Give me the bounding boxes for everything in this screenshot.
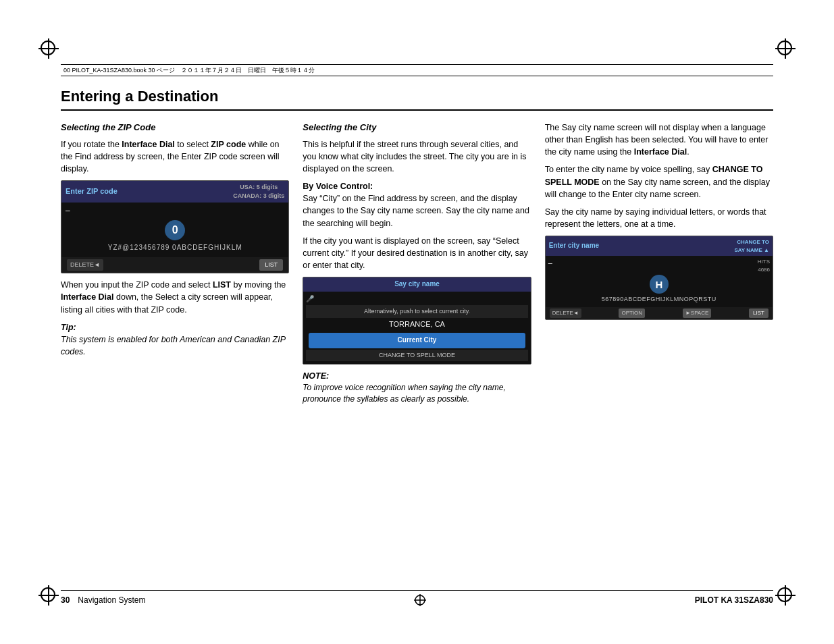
ecity-interface-dial-bold: Interface Dial [634,147,687,157]
col-enter-city: The Say city name screen will not displa… [545,122,773,325]
zip-para1-pre: If you rotate the [61,140,122,149]
ecity-screen-title: Enter city name [549,241,599,251]
page-outer: 00 PILOT_KA-31SZA830.book 30 ページ ２０１１年７月… [0,0,834,644]
reg-mark-br [777,587,793,603]
ecity-bottom-bar: DELETE◄ OPTION ►SPACE LIST [546,307,773,319]
tip-block: Tip: This system is enabled for both Ame… [61,321,289,358]
ecity-option-btn[interactable]: OPTION [619,308,645,318]
city-screen: Say city name 🎤 Alternatively, push to s… [303,277,531,365]
page-title: Entering a Destination [61,88,773,111]
ecity-para1: The Say city name screen will not displa… [545,122,773,158]
city-para1: This is helpful if the street runs throu… [303,138,531,175]
zip-interface-dial2-bold: Interface Dial [61,292,114,302]
zip-title-bar: Enter ZIP code USA: 5 digits CANADA: 3 d… [61,181,288,203]
zip-para1-cont: to select [175,140,211,149]
city-section-heading: Selecting the City [303,122,531,134]
zip-minus: – [66,205,284,217]
zip-list-bold: LIST [213,280,231,290]
col-city: Selecting the City This is helpful if th… [303,122,531,406]
ecity-para2: To enter the city name by voice spelling… [545,163,773,200]
ecity-screen: Enter city name CHANGE TOSAY NAME ▲ – HI… [545,236,773,320]
zip-section-heading: Selecting the ZIP Code [61,122,289,134]
ecity-hits-area: HITS 4686 [758,258,770,273]
ecity-display-char: H [650,275,669,294]
content-area: Entering a Destination Selecting the ZIP… [61,88,773,576]
ecity-change-to-label: CHANGE TOSAY NAME ▲ [734,238,769,254]
ecity-delete-btn[interactable]: DELETE◄ [550,308,581,318]
zip-delete-btn[interactable]: DELETE◄ [67,259,103,271]
zip-para1: If you rotate the Interface Dial to sele… [61,138,289,175]
zip-keyboard: YZ#@123456789 0ABCDEFGHIJKLM [66,243,284,253]
voice-control-block: By Voice Control: Say “City” on the Find… [303,180,531,230]
zip-bottom-bar: DELETE◄ LIST [61,257,288,273]
city-title-bar: Say city name [303,277,530,292]
footer-right-text: PILOT KA 31SZA830 [695,595,773,605]
city-torrance: TORRANCE, CA [306,318,527,331]
zip-body: – 0 YZ#@123456789 0ABCDEFGHIJKLM [61,203,288,257]
city-current-btn[interactable]: Current City [309,333,525,348]
footer-page-number: 30 [61,595,70,605]
columns-layout: Selecting the ZIP Code If you rotate the… [61,122,773,406]
zip-code-bold: ZIP code [211,140,246,149]
header-strip-text: 00 PILOT_KA-31SZA830.book 30 ページ ２０１１年７月… [63,66,315,75]
ecity-para3: Say the city name by saying individual l… [545,206,773,230]
ecity-body: – HITS 4686 H 567890ABCDEFGHIJKLMNOPQRST… [546,256,773,307]
footer-nav-title: Navigation System [78,595,145,605]
ecity-top-row: – HITS 4686 [548,258,770,273]
zip-para2-pre: When you input the ZIP code and select [61,280,213,290]
ecity-minus: – [548,258,552,273]
voice-para: Say “City” on the Find address by screen… [303,192,531,229]
city-mic: 🎤 [306,294,527,304]
note-label: NOTE: [303,371,329,381]
zip-display-char: 0 [165,220,185,240]
zip-screen: Enter ZIP code USA: 5 digits CANADA: 3 d… [61,180,289,273]
tip-text: This system is enabled for both American… [61,333,289,358]
col-zip-code: Selecting the ZIP Code If you rotate the… [61,122,289,358]
voice-heading: By Voice Control: [303,180,531,192]
tip-label: Tip: [61,323,76,332]
ecity-keyboard: 567890ABCDEFGHIJKLMNOPQRSTU [548,295,770,304]
city-body: 🎤 Alternatively, push to select current … [303,292,530,364]
ecity-title-bar: Enter city name CHANGE TOSAY NAME ▲ [546,236,773,256]
city-spell-bar[interactable]: CHANGE TO SPELL MODE [306,350,527,361]
city-alt-text: Alternatively, push to select current ci… [306,305,527,318]
note-text: To improve voice recognition when saying… [303,382,531,406]
city-para2: If the city you want is displayed on the… [303,235,531,271]
footer-divot-icon [413,593,427,607]
footer-area: 30 Navigation System PILOT KA 31SZA830 [61,590,773,607]
ecity-list-btn[interactable]: LIST [749,308,768,318]
reg-mark-tl [41,41,57,57]
zip-interface-dial-bold: Interface Dial [122,140,175,149]
header-strip: 00 PILOT_KA-31SZA830.book 30 ページ ２０１１年７月… [61,64,773,76]
reg-mark-bl [41,587,57,603]
reg-mark-tr [777,41,793,57]
note-block: NOTE: To improve voice recognition when … [303,370,531,406]
footer-left: 30 Navigation System [61,595,145,605]
zip-screen-title: Enter ZIP code [66,186,118,197]
ecity-space-btn[interactable]: ►SPACE [683,308,711,318]
zip-digits-label: USA: 5 digits CANADA: 3 digits [233,183,284,200]
zip-para2: When you input the ZIP code and select L… [61,279,289,315]
zip-list-btn[interactable]: LIST [259,259,283,271]
